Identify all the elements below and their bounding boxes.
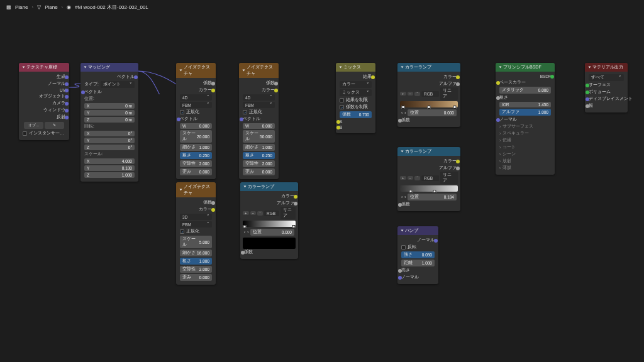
ramp-del[interactable]: −	[408, 92, 414, 96]
material-icon: ◉	[67, 4, 71, 10]
node-header[interactable]: カラーランプ	[397, 147, 460, 156]
node-mapping[interactable]: マッピング ベクトル タイプ:ポイント˅ ベクトル 位置: X0 m Y0 m …	[80, 63, 138, 182]
node-header[interactable]: マッピング	[80, 63, 138, 72]
crumb-material[interactable]: #M wood-002 木目-002-002_001	[75, 4, 148, 11]
node-mix[interactable]: ミックス 結果 カラー˅ ミックス˅ 結果を制限 係数を制限 係数0.700 A…	[336, 63, 375, 133]
node-title: カラーランプ	[405, 148, 431, 155]
node-header[interactable]: ノイズテクスチャ	[176, 63, 216, 78]
node-principled-bsdf[interactable]: プリンシプルBSDF BSDF ベースカラー メタリック0.000 粗さ IOR…	[496, 63, 555, 175]
node-colorramp-2[interactable]: カラーランプ カラー アルファ +−˅RGBリニア ‹›位置0.184 係数	[397, 147, 460, 211]
ramp-gradient[interactable]	[400, 185, 458, 192]
color-swatch[interactable]	[243, 238, 296, 249]
ramp-gradient[interactable]	[243, 221, 296, 227]
breadcrumb: ▩ Plane › ▽ Plane › ◉ #M wood-002 木目-002…	[6, 4, 148, 11]
node-colorramp-3[interactable]: カラーランプ カラー アルファ +−˅RGBリニア ‹›位置0.000 係数	[240, 182, 298, 259]
node-header[interactable]: ノイズテクスチャ	[176, 182, 216, 197]
node-header[interactable]: カラーランプ	[397, 63, 460, 72]
ramp-menu[interactable]: ˅	[414, 92, 420, 96]
node-material-output[interactable]: マテリアル出力 すべて˅ サーフェス ボリューム ディスプレイスメント 幅	[585, 63, 628, 112]
chevron-right-icon: ›	[62, 4, 64, 10]
node-header[interactable]: マテリアル出力	[585, 63, 628, 72]
modifier-icon: ▽	[37, 4, 41, 10]
node-title: カラーランプ	[248, 184, 274, 190]
ramp-add[interactable]: +	[400, 92, 406, 96]
node-title: バンプ	[405, 228, 418, 234]
node-noise-3[interactable]: ノイズテクスチャ 係数 カラー 3D˅ FBM˅ 正規化 スケール5.000 細…	[176, 182, 216, 285]
node-header[interactable]: ミックス	[336, 63, 375, 72]
node-title: テクスチャ座標	[26, 64, 57, 70]
crumb-mesh[interactable]: Plane	[15, 4, 28, 10]
node-title: ノイズテクスチャ	[184, 64, 212, 77]
node-title: カラーランプ	[405, 64, 431, 70]
node-texcoord[interactable]: テクスチャ座標 生成 ノーマル UV オブジェクト カメラ ウィンドウ 反射 オ…	[19, 63, 69, 140]
node-title: マテリアル出力	[592, 64, 623, 70]
node-title: ノイズテクスチャ	[247, 64, 275, 77]
node-title: ノイズテクスチャ	[184, 184, 212, 196]
crumb-obj[interactable]: Plane	[45, 4, 57, 10]
node-header[interactable]: プリンシプルBSDF	[496, 63, 555, 72]
node-bump[interactable]: バンプ ノーマル 反転 強さ0.050 距離1.000 高さ ノーマル	[397, 226, 438, 284]
node-colorramp-1[interactable]: カラーランプ カラー アルファ +−˅RGBリニア ‹›位置0.000 係数	[397, 63, 460, 127]
node-title: ミックス	[343, 64, 361, 70]
node-noise-1[interactable]: ノイズテクスチャ 係数 カラー 4D˅ FBM˅ 正規化 ベクトル W0.000…	[176, 63, 216, 179]
node-noise-2[interactable]: ノイズテクスチャ 係数 カラー 4D˅ FBM˅ 正規化 ベクトル W0.000…	[239, 63, 279, 179]
node-header[interactable]: カラーランプ	[240, 182, 298, 191]
node-title: マッピング	[88, 64, 110, 70]
object-picker[interactable]: オブ…	[24, 122, 43, 129]
node-title: プリンシプルBSDF	[503, 64, 541, 70]
chevron-right-icon: ›	[31, 4, 33, 10]
mesh-icon: ▩	[6, 4, 11, 10]
node-header[interactable]: ノイズテクスチャ	[239, 63, 279, 78]
ramp-gradient[interactable]	[400, 101, 458, 107]
eyedropper-icon[interactable]: ✎	[45, 122, 64, 129]
mapping-type[interactable]: ポイント˅	[101, 81, 135, 88]
node-header[interactable]: バンプ	[397, 226, 438, 235]
node-header[interactable]: テクスチャ座標	[19, 63, 69, 72]
